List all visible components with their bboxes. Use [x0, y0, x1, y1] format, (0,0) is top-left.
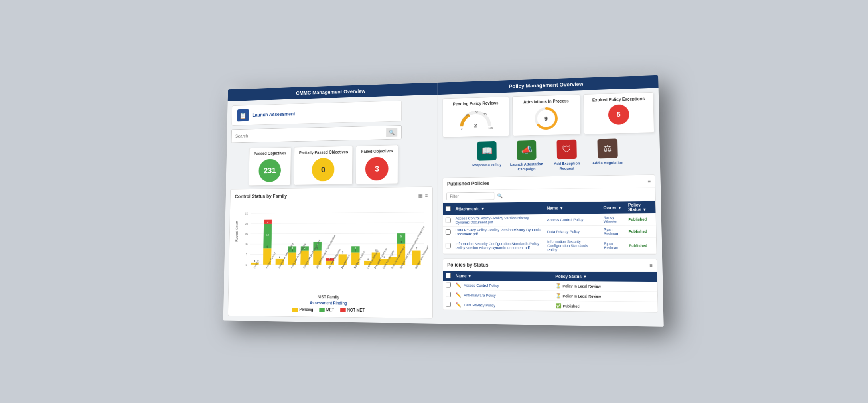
published-policies-menu-icon[interactable]: ≡: [647, 178, 651, 184]
select-all-checkbox-2[interactable]: [446, 273, 451, 278]
add-regulation-icon: ⚖: [597, 138, 617, 158]
chart-bar-icon[interactable]: ▦: [418, 193, 423, 198]
propose-policy-button[interactable]: 📖 Propose a Policy: [469, 141, 505, 172]
published-policies-filter[interactable]: [446, 192, 495, 200]
policy-status-sort-icon[interactable]: ▼: [583, 274, 587, 279]
legend-pending-box: [292, 307, 298, 311]
attestations-card: Attestations In Process 9: [512, 94, 581, 136]
row-status-4: Published: [563, 304, 580, 308]
row-status-2: Policy In Legal Review: [562, 284, 601, 288]
name-sort-icon-2[interactable]: ▼: [468, 274, 471, 278]
svg-text:2: 2: [474, 122, 477, 128]
add-exception-button[interactable]: 🛡 Add Exception Request: [548, 139, 586, 171]
pending-policy-reviews-card: Pending Policy Reviews 0 25 50 75 100 2: [443, 96, 509, 137]
published-policies-table: Attachments ▼ Name ▼ Owner: [443, 201, 657, 254]
row-checkbox-2[interactable]: [446, 282, 451, 287]
chart-section: Control Status by Family ▦ ≡ Record Coun…: [228, 186, 433, 318]
row-checkbox[interactable]: [446, 243, 451, 248]
row-attachments[interactable]: Data Privacy Policy · Policy Version His…: [456, 228, 541, 236]
failed-objectives-value: 3: [365, 156, 389, 180]
svg-text:20: 20: [245, 222, 248, 225]
right-panel: Policy Management Overview Pending Polic…: [438, 75, 664, 326]
metric-cards-row: Passed Objectives 231 Partially Passed O…: [230, 144, 433, 186]
svg-text:System and Information Integri: System and Information Integrity: [414, 233, 428, 269]
col-checkbox-2: [443, 271, 453, 281]
chart-area: Record Count 0 5: [233, 200, 428, 280]
row-owner[interactable]: Nancy Wheeler: [604, 215, 618, 224]
legend-met-label: MET: [326, 308, 334, 312]
published-policies-section: Published Policies ≡ 🔍: [443, 174, 657, 254]
name-sort-icon[interactable]: ▼: [559, 206, 563, 210]
legend-notmet: NOT MET: [340, 308, 365, 312]
svg-line-5: [251, 223, 424, 223]
row-owner[interactable]: Ryan Redman: [604, 227, 618, 236]
chart-title: Control Status by Family: [235, 193, 287, 199]
svg-text:10: 10: [400, 240, 403, 243]
row-name[interactable]: Access Control Policy: [547, 217, 583, 222]
row-name-4[interactable]: Data Privacy Policy: [464, 303, 495, 307]
table-row: ✏️ Access Control Policy ⏳ Policy In Leg…: [443, 281, 657, 292]
search-box: 🔍: [231, 125, 401, 143]
row-name-3[interactable]: Anti-malware Policy: [464, 293, 495, 298]
launch-assessment-label: Launch Assessment: [253, 111, 295, 117]
svg-rect-57: [412, 250, 420, 265]
svg-text:Record Count: Record Count: [235, 221, 239, 242]
row-checkbox[interactable]: [446, 229, 451, 234]
svg-text:0: 0: [461, 127, 463, 130]
action-buttons-row: 📖 Propose a Policy 📣 Launch Attestation …: [443, 138, 655, 173]
row-name[interactable]: Information Security Configuration Stand…: [547, 239, 588, 252]
launch-assessment-button[interactable]: 📋 Launch Assessment: [231, 100, 402, 126]
chart-legend: Pending MET NOT MET: [233, 306, 428, 313]
select-all-checkbox[interactable]: [446, 206, 451, 211]
launch-attestation-button[interactable]: 📣 Launch Attestation Campaign: [508, 140, 545, 172]
svg-text:15: 15: [245, 232, 248, 235]
legend-pending-label: Pending: [299, 307, 313, 312]
policies-by-status-section: Policies by Status ≡ Na: [443, 258, 658, 312]
check-icon-1: ✅: [556, 303, 562, 309]
svg-text:2: 2: [367, 257, 369, 260]
row-attachments[interactable]: Access Control Policy · Policy Version H…: [456, 216, 529, 224]
launch-attestation-icon: 📣: [517, 140, 536, 160]
published-policies-title: Published Policies: [447, 180, 489, 186]
policies-by-status-table-wrapper: Name ▼ Policy Status ▼: [443, 271, 658, 312]
col-checkbox: [443, 203, 453, 215]
attestations-circle: 9: [534, 106, 558, 130]
owner-sort-icon[interactable]: ▼: [617, 205, 622, 209]
policies-by-status-header: Policies by Status ≡: [443, 259, 657, 272]
status-sort-icon[interactable]: ▼: [642, 207, 647, 212]
expired-exceptions-value: 5: [608, 104, 629, 125]
row-checkbox[interactable]: [446, 217, 451, 223]
search-input[interactable]: [235, 130, 384, 138]
row-name-2[interactable]: Access Control Policy: [464, 283, 499, 288]
legend-notmet-label: NOT MET: [347, 308, 365, 312]
row-attachments[interactable]: Information Security Configuration Stand…: [456, 242, 541, 250]
partially-passed-card: Partially Passed Objectives 0: [294, 146, 353, 185]
svg-text:6: 6: [292, 249, 293, 252]
svg-text:12: 12: [266, 233, 269, 236]
add-exception-label: Add Exception Request: [548, 161, 586, 171]
status-badge-2: ⏳ Policy In Legal Review: [556, 293, 655, 300]
policies-by-status-menu-icon[interactable]: ≡: [649, 262, 653, 268]
row-name[interactable]: Data Privacy Policy: [547, 229, 580, 234]
svg-line-6: [251, 212, 424, 213]
attachments-sort-icon[interactable]: ▼: [481, 206, 485, 211]
svg-text:100: 100: [488, 126, 493, 129]
chart-menu-icon[interactable]: ≡: [425, 193, 428, 198]
col-name-2: Name ▼: [453, 271, 553, 281]
legend-met: MET: [319, 307, 334, 312]
add-regulation-button[interactable]: ⚖ Add a Regulation: [588, 138, 627, 170]
row-checkbox-4[interactable]: [446, 302, 451, 307]
svg-text:5: 5: [400, 235, 402, 238]
add-regulation-label: Add a Regulation: [592, 160, 623, 166]
table-row: ✏️ Data Privacy Policy ✅ Published: [443, 300, 658, 312]
launch-attestation-label: Launch Attestation Campaign: [508, 162, 545, 172]
col-name: Name ▼: [544, 202, 601, 214]
left-panel: CMMC Management Overview 📋 Launch Assess…: [223, 82, 438, 323]
propose-policy-label: Propose a Policy: [472, 162, 501, 168]
legend-title: Assessment Finding: [233, 300, 428, 306]
search-button[interactable]: 🔍: [386, 128, 397, 137]
published-policies-filter-row: 🔍: [443, 188, 655, 203]
row-owner[interactable]: Ryan Redman: [604, 241, 619, 250]
row-checkbox-3[interactable]: [446, 292, 451, 297]
published-policies-table-wrapper: Attachments ▼ Name ▼ Owner: [443, 201, 657, 254]
